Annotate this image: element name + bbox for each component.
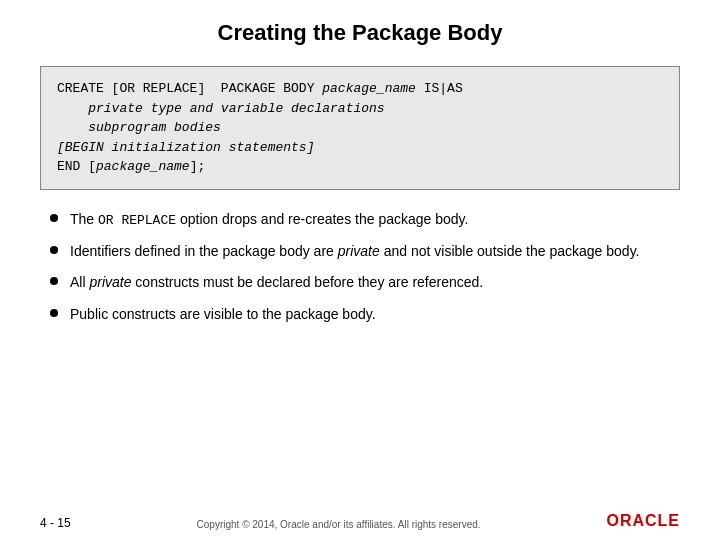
page-title: Creating the Package Body [40,20,680,46]
bullet-text-2: Identifiers defined in the package body … [70,242,680,262]
list-item: All private constructs must be declared … [50,273,680,293]
code-block: CREATE [OR REPLACE] PACKAGE BODY package… [40,66,680,190]
oracle-logo: ORACLE [606,512,680,530]
bullet-dot [50,214,58,222]
bullet-dot [50,309,58,317]
list-item: The OR REPLACE option drops and re-creat… [50,210,680,230]
page-container: Creating the Package Body CREATE [OR REP… [0,0,720,540]
code-line-4: [BEGIN initialization statements] [57,138,663,158]
code-line-3: subprogram bodies [57,118,663,138]
list-item: Identifiers defined in the package body … [50,242,680,262]
italic-text-3: private [89,274,131,290]
italic-text-2: private [338,243,380,259]
bullet-text-1: The OR REPLACE option drops and re-creat… [70,210,680,230]
oracle-logo-text: ORACLE [606,512,680,530]
footer: 4 - 15 Copyright © 2014, Oracle and/or i… [40,506,680,530]
bullet-dot [50,277,58,285]
code-line-1: CREATE [OR REPLACE] PACKAGE BODY package… [57,79,663,99]
code-line-5: END [package_name]; [57,157,663,177]
bullet-list: The OR REPLACE option drops and re-creat… [50,210,680,337]
bullet-text-4: Public constructs are visible to the pac… [70,305,680,325]
bullet-dot [50,246,58,254]
code-line-2: private type and variable declarations [57,99,663,119]
inline-code-1: OR REPLACE [98,213,176,228]
list-item: Public constructs are visible to the pac… [50,305,680,325]
bullet-text-3: All private constructs must be declared … [70,273,680,293]
copyright-text: Copyright © 2014, Oracle and/or its affi… [71,519,607,530]
slide-number: 4 - 15 [40,516,71,530]
